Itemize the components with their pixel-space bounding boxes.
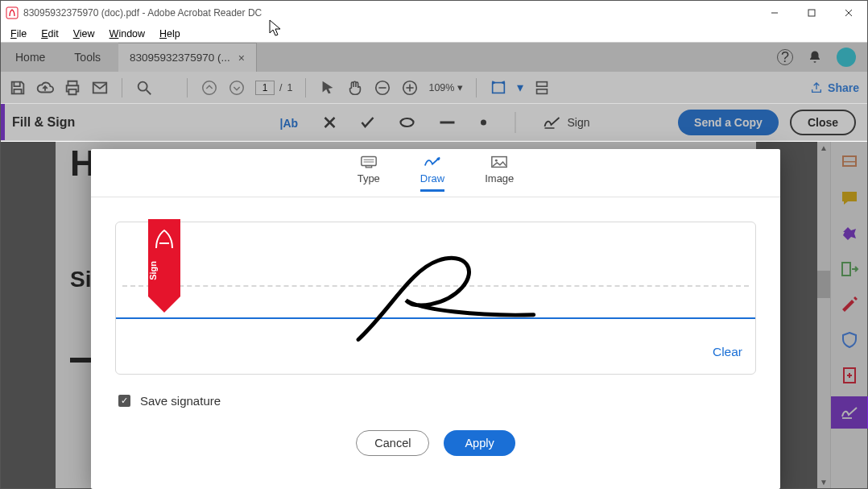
help-icon[interactable]: ? [777, 49, 793, 65]
page-down-icon[interactable] [228, 79, 246, 97]
app-icon [6, 6, 19, 19]
minimize-button[interactable] [756, 1, 793, 25]
svg-point-34 [437, 158, 440, 161]
hand-icon[interactable] [346, 79, 364, 97]
dot-tool-icon[interactable] [479, 118, 487, 126]
svg-point-6 [138, 81, 147, 90]
menu-file[interactable]: File [4, 27, 33, 41]
svg-point-36 [495, 160, 498, 162]
line-tool-icon[interactable] [439, 120, 455, 125]
menu-help[interactable]: Help [153, 27, 187, 41]
tab-document[interactable]: 83095932375970 (... × [118, 43, 257, 72]
zoom-level[interactable]: 109% ▾ [428, 81, 463, 93]
page-total: 1 [287, 82, 292, 93]
tab-draw[interactable]: Draw [420, 155, 444, 192]
chevron-down-icon: ▾ [457, 81, 463, 93]
tabbar-right: ? [777, 43, 867, 72]
cross-tool-icon[interactable] [323, 116, 336, 129]
titlebar-left: 83095932375970 (doc).pdf - Adobe Acrobat… [6, 6, 262, 19]
drawn-signature [116, 222, 755, 374]
signature-dialog: Type Draw Image Sign [91, 149, 780, 489]
svg-rect-17 [537, 89, 548, 93]
zoom-out-icon[interactable] [374, 79, 391, 97]
check-tool-icon[interactable] [360, 116, 374, 129]
menu-window[interactable]: Window [103, 27, 151, 41]
tab-document-label: 83095932375970 (... [130, 52, 230, 64]
search-icon[interactable] [135, 79, 153, 97]
svg-rect-30 [362, 157, 376, 166]
signature-tabs: Type Draw Image [91, 149, 780, 197]
save-signature-row: ✓ Save signature [118, 394, 780, 408]
share-button[interactable]: Share [810, 81, 859, 94]
tab-home[interactable]: Home [1, 43, 60, 72]
fill-sign-toolbar: Fill & Sign |Ab Sign Send a Copy Close [1, 104, 867, 141]
main-toolbar: / 1 109% ▾ ▾ Share [1, 72, 867, 104]
avatar[interactable] [837, 48, 856, 67]
tab-close-icon[interactable]: × [238, 52, 245, 64]
tabbar: Home Tools 83095932375970 (... × ? [1, 43, 867, 72]
window-controls [756, 1, 867, 25]
send-copy-button[interactable]: Send a Copy [678, 110, 779, 135]
dialog-actions: Cancel Apply [91, 430, 780, 456]
print-icon[interactable] [64, 79, 81, 97]
sign-tool[interactable]: Sign [543, 115, 589, 130]
window-title: 83095932375970 (doc).pdf - Adobe Acrobat… [23, 7, 262, 19]
page-current-input[interactable] [255, 81, 275, 95]
mail-icon[interactable] [91, 79, 109, 97]
fill-sign-title: Fill & Sign [12, 115, 75, 130]
fit-width-icon[interactable] [490, 79, 507, 97]
svg-rect-2 [808, 10, 815, 16]
svg-rect-0 [6, 7, 18, 19]
menu-edit[interactable]: Edit [35, 27, 65, 41]
bell-icon[interactable] [808, 50, 822, 64]
select-arrow-icon[interactable] [319, 79, 337, 97]
page-up-icon[interactable] [200, 79, 218, 97]
scroll-mode-icon[interactable] [533, 79, 551, 97]
tab-image[interactable]: Image [485, 155, 514, 192]
app-window: 83095932375970 (doc).pdf - Adobe Acrobat… [0, 0, 868, 489]
maximize-button[interactable] [793, 1, 830, 25]
cloud-icon[interactable] [36, 79, 54, 97]
svg-line-7 [147, 89, 151, 94]
cancel-button[interactable]: Cancel [356, 430, 429, 456]
svg-text:|Ab: |Ab [279, 117, 298, 130]
circle-tool-icon[interactable] [399, 117, 415, 128]
svg-point-21 [400, 118, 413, 126]
tab-tools[interactable]: Tools [60, 43, 115, 72]
svg-point-23 [481, 119, 486, 125]
save-icon[interactable] [9, 79, 27, 97]
zoom-in-icon[interactable] [401, 79, 419, 97]
chevron-down-icon[interactable]: ▾ [517, 80, 523, 95]
close-window-button[interactable] [830, 1, 867, 25]
signature-canvas[interactable]: Sign Clear [115, 222, 756, 375]
menubar: File Edit View Window Help [1, 25, 867, 43]
save-signature-checkbox[interactable]: ✓ [118, 395, 130, 407]
text-tool-icon[interactable]: |Ab [278, 114, 299, 131]
svg-point-9 [230, 81, 244, 94]
menu-view[interactable]: View [67, 27, 101, 41]
svg-rect-15 [493, 82, 505, 93]
titlebar: 83095932375970 (doc).pdf - Adobe Acrobat… [1, 1, 867, 25]
svg-rect-16 [537, 81, 548, 86]
page-number: / 1 [255, 81, 292, 95]
apply-button[interactable]: Apply [444, 430, 515, 456]
save-signature-label: Save signature [140, 394, 221, 408]
tab-type[interactable]: Type [358, 155, 380, 192]
svg-point-8 [203, 81, 217, 94]
clear-link[interactable]: Clear [713, 345, 742, 359]
svg-rect-33 [366, 166, 371, 168]
close-panel-button[interactable]: Close [790, 110, 856, 135]
